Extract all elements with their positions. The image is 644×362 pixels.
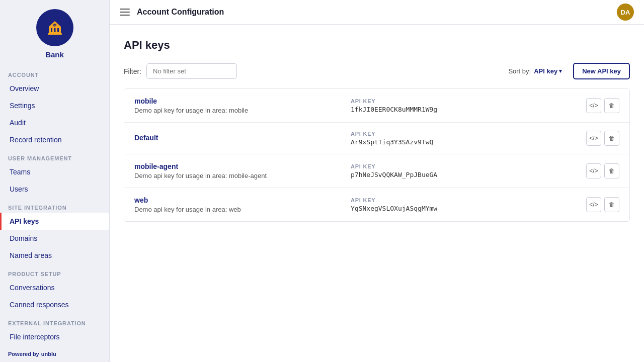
- powered-by: Powered by unblu: [0, 346, 109, 362]
- topbar: Account Configuration DA: [110, 0, 644, 25]
- logo-area: $ Bank: [0, 0, 109, 65]
- sidebar-section-external-integration: EXTERNAL INTEGRATION File interceptors: [0, 313, 109, 345]
- sort-by-label: Sort by:: [508, 67, 531, 75]
- chevron-down-icon: ▾: [559, 68, 562, 74]
- table-row: mobile-agent Demo api key for usage in a…: [124, 154, 629, 188]
- sidebar-item-domains[interactable]: Domains: [0, 230, 109, 247]
- api-entry-desc: Demo api key for usage in area: mobile-a…: [134, 172, 351, 179]
- copy-code-button[interactable]: </>: [586, 98, 601, 113]
- sidebar-item-record-retention[interactable]: Record retention: [0, 131, 109, 148]
- api-entry-desc: Demo api key for usage in area: mobile: [134, 107, 351, 114]
- api-key-column-label: API KEY: [351, 98, 576, 104]
- api-entry-desc: Demo api key for usage in area: web: [134, 206, 351, 213]
- api-entry-name: mobile: [134, 97, 351, 105]
- api-key-info: API KEY 1fkJI0EER0CK8uMMMR1W9g: [351, 98, 576, 113]
- api-key-value: YqSNxegVSLOXujASqgMYmw: [351, 205, 576, 212]
- api-key-info: API KEY p7hNeJSvQQKAW_PpJBueGA: [351, 163, 576, 178]
- api-key-value: 1fkJI0EER0CK8uMMMR1W9g: [351, 106, 576, 113]
- sort-by-value[interactable]: API key ▾: [534, 67, 562, 75]
- api-row-actions: </> 🗑: [586, 131, 619, 146]
- delete-button[interactable]: 🗑: [604, 131, 619, 146]
- table-row: mobile Demo api key for usage in area: m…: [124, 89, 629, 123]
- filter-row: Filter: Sort by: API key ▾ New API key: [124, 63, 630, 79]
- section-label-product-setup: PRODUCT SETUP: [0, 264, 109, 279]
- api-key-column-label: API KEY: [351, 163, 576, 169]
- filter-input[interactable]: [146, 63, 237, 79]
- delete-button[interactable]: 🗑: [604, 197, 619, 212]
- content-area: API keys Filter: Sort by: API key ▾ New …: [110, 25, 644, 362]
- sidebar-item-settings[interactable]: Settings: [0, 97, 109, 114]
- sidebar-section-site-integration: SITE INTEGRATION API keys Domains Named …: [0, 198, 109, 264]
- sidebar-item-teams[interactable]: Teams: [0, 163, 109, 180]
- svg-rect-4: [57, 28, 59, 32]
- topbar-title: Account Configuration: [137, 8, 224, 17]
- page-title: API keys: [124, 39, 630, 52]
- api-name-desc: mobile Demo api key for usage in area: m…: [134, 97, 351, 114]
- api-key-column-label: API KEY: [351, 131, 576, 137]
- main-area: Account Configuration DA API keys Filter…: [110, 0, 644, 362]
- api-name-desc: Default: [134, 134, 351, 143]
- copy-code-button[interactable]: </>: [586, 197, 601, 212]
- api-entry-name: Default: [134, 134, 351, 142]
- sidebar: $ Bank ACCOUNT Overview Settings Audit R…: [0, 0, 110, 362]
- api-row-actions: </> 🗑: [586, 98, 619, 113]
- sidebar-item-users[interactable]: Users: [0, 180, 109, 198]
- avatar[interactable]: DA: [617, 4, 634, 21]
- menu-toggle-button[interactable]: [120, 9, 130, 16]
- table-row: web Demo api key for usage in area: web …: [124, 188, 629, 221]
- table-row: Default API KEY Ar9xSptTiq3Y3SAzv9TwQ </…: [124, 123, 629, 154]
- sidebar-section-account: ACCOUNT Overview Settings Audit Record r…: [0, 65, 109, 148]
- section-label-external-integration: EXTERNAL INTEGRATION: [0, 313, 109, 328]
- bank-name: Bank: [45, 50, 64, 59]
- sidebar-item-conversations[interactable]: Conversations: [0, 279, 109, 296]
- copy-code-button[interactable]: </>: [586, 163, 601, 178]
- section-label-user-management: USER MANAGEMENT: [0, 148, 109, 163]
- sidebar-item-api-keys[interactable]: API keys: [0, 213, 109, 230]
- svg-rect-3: [54, 28, 55, 32]
- new-api-key-button[interactable]: New API key: [573, 63, 630, 79]
- sidebar-section-user-management: USER MANAGEMENT Teams Users: [0, 148, 109, 198]
- logo-icon: $: [36, 9, 73, 46]
- api-key-column-label: API KEY: [351, 197, 576, 203]
- sidebar-item-canned-responses[interactable]: Canned responses: [0, 296, 109, 313]
- api-name-desc: mobile-agent Demo api key for usage in a…: [134, 162, 351, 179]
- brand-name: unblu: [41, 351, 56, 357]
- api-key-info: API KEY YqSNxegVSLOXujASqgMYmw: [351, 197, 576, 212]
- svg-rect-8: [48, 33, 62, 35]
- delete-button[interactable]: 🗑: [604, 163, 619, 178]
- api-row-actions: </> 🗑: [586, 197, 619, 212]
- api-key-value: p7hNeJSvQQKAW_PpJBueGA: [351, 171, 576, 178]
- api-key-value: Ar9xSptTiq3Y3SAzv9TwQ: [351, 138, 576, 146]
- sidebar-item-file-interceptors[interactable]: File interceptors: [0, 328, 109, 345]
- sidebar-section-product-setup: PRODUCT SETUP Conversations Canned respo…: [0, 264, 109, 313]
- sidebar-item-audit[interactable]: Audit: [0, 114, 109, 131]
- section-label-account: ACCOUNT: [0, 65, 109, 80]
- api-row-actions: </> 🗑: [586, 163, 619, 178]
- api-keys-list: mobile Demo api key for usage in area: m…: [124, 88, 630, 222]
- sidebar-item-named-areas[interactable]: Named areas: [0, 247, 109, 264]
- api-name-desc: web Demo api key for usage in area: web: [134, 196, 351, 213]
- api-entry-name: mobile-agent: [134, 162, 351, 170]
- svg-text:$: $: [53, 24, 56, 28]
- filter-label: Filter:: [124, 67, 141, 75]
- delete-button[interactable]: 🗑: [604, 98, 619, 113]
- sort-by-control: Sort by: API key ▾: [508, 67, 562, 75]
- sidebar-item-overview[interactable]: Overview: [0, 80, 109, 97]
- api-key-info: API KEY Ar9xSptTiq3Y3SAzv9TwQ: [351, 131, 576, 146]
- svg-rect-2: [51, 28, 52, 32]
- copy-code-button[interactable]: </>: [586, 131, 601, 146]
- api-entry-name: web: [134, 196, 351, 204]
- section-label-site-integration: SITE INTEGRATION: [0, 198, 109, 213]
